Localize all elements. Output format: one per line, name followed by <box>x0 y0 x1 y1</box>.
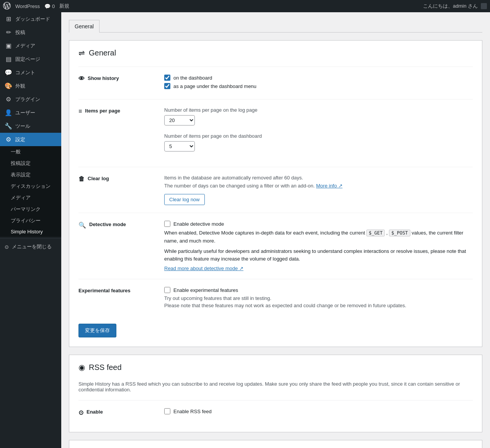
sidebar-item-label: ユーザー <box>15 109 35 116</box>
clear-log-now-button[interactable]: Clear log now <box>164 194 205 205</box>
new-content-link[interactable]: 新規 <box>59 3 69 10</box>
detective-mode-checkbox[interactable] <box>164 221 170 227</box>
sidebar-item-simple-history[interactable]: Simple History <box>0 226 61 237</box>
media-icon: ▣ <box>5 42 12 49</box>
sidebar-item-media[interactable]: メディア <box>0 192 61 204</box>
tools-icon: 🔧 <box>5 122 12 130</box>
show-menu-checkbox[interactable] <box>164 83 170 89</box>
checkbox-row-menu: as a page under the dashboard menu <box>164 83 473 89</box>
experimental-features-label: Experimental features <box>78 287 155 308</box>
rss-description: Simple History has a RSS feed which you … <box>78 381 473 393</box>
detective-mode-row: 🔍 Detective mode Enable detective mode W… <box>78 213 473 279</box>
show-history-icon: 👁 <box>78 75 85 82</box>
sidebar-item-users[interactable]: 👤 ユーザー <box>0 106 61 119</box>
sidebar-item-plugins[interactable]: ⚙ プラグイン <box>0 93 61 106</box>
submenu-item-label: Simple History <box>11 229 43 235</box>
tab-general[interactable]: General <box>69 20 100 33</box>
experimental-desc1: Try out upcoming features that are still… <box>164 295 473 301</box>
plugins-icon: ⚙ <box>5 96 12 103</box>
post-code: $_POST <box>389 230 410 236</box>
detective-mode-checkbox-label: Enable detective mode <box>173 221 224 227</box>
save-row: 変更を保存 <box>78 316 473 339</box>
enable-rss-checkbox[interactable] <box>164 408 170 414</box>
sidebar-item-comments[interactable]: 💬 コメント <box>0 66 61 79</box>
screen-options-icon[interactable] <box>481 3 487 9</box>
sidebar-item-general[interactable]: 一般 <box>0 146 61 158</box>
close-menu-button[interactable]: ⊙ メニューを閉じる <box>0 240 61 253</box>
show-history-label: 👁 Show history <box>78 75 155 91</box>
show-menu-label: as a page under the dashboard menu <box>173 83 256 89</box>
submenu-item-label: 一般 <box>11 148 21 155</box>
sidebar-item-reading[interactable]: 表示設定 <box>0 169 61 181</box>
sidebar-item-label: 設定 <box>15 136 25 143</box>
read-more-detective-link[interactable]: Read more about detective mode ↗ <box>164 266 243 271</box>
show-dashboard-checkbox[interactable] <box>164 75 170 81</box>
wp-logo-icon[interactable] <box>3 2 11 11</box>
more-info-link[interactable]: More info ↗ <box>316 183 343 189</box>
sidebar-item-posts[interactable]: ✏ 投稿 <box>0 26 61 39</box>
detective-mode-icon: 🔍 <box>78 222 86 229</box>
sidebar-item-privacy[interactable]: プライバシー <box>0 215 61 226</box>
dashboard-select[interactable]: 5 3 10 15 20 <box>164 141 195 152</box>
settings-icon: ⚙ <box>5 136 12 143</box>
rss-enable-icon: ⊙ <box>78 409 83 416</box>
submenu-item-label: 表示設定 <box>11 171 31 178</box>
sidebar-item-tools[interactable]: 🔧 ツール <box>0 119 61 133</box>
experimental-checkbox-row: Enable experimental features <box>164 287 473 293</box>
log-page-select[interactable]: 20 5 10 15 25 50 100 <box>164 115 195 125</box>
sidebar-item-pages[interactable]: ▤ 固定ページ <box>0 52 61 66</box>
rss-title: RSS feed <box>89 363 122 372</box>
sidebar: ⊞ ダッシュボード ✏ 投稿 ▣ メディア ▤ 固定ページ 💬 コメント 🎨 外… <box>0 12 61 448</box>
experimental-features-content: Enable experimental features Try out upc… <box>164 287 473 308</box>
sidebar-item-label: プラグイン <box>15 96 40 103</box>
rss-icon: ◉ <box>78 363 85 372</box>
sidebar-item-discussion[interactable]: ディスカッション <box>0 181 61 192</box>
close-menu-icon: ⊙ <box>5 244 9 250</box>
sidebar-item-label: ツール <box>15 123 30 130</box>
greeting-text: こんにちは、admin さん <box>423 3 478 10</box>
experimental-checkbox-label: Enable experimental features <box>173 287 238 293</box>
sidebar-item-label: コメント <box>15 69 35 76</box>
rss-enable-label: ⊙ Enable <box>78 408 155 417</box>
submenu-item-label: メディア <box>11 194 31 201</box>
sidebar-item-writing[interactable]: 投稿設定 <box>0 158 61 169</box>
submenu-item-label: パーマリンク <box>11 206 41 213</box>
sidebar-item-appearance[interactable]: 🎨 外観 <box>0 79 61 93</box>
detective-mode-checkbox-row: Enable detective mode <box>164 221 473 227</box>
sidebar-item-label: ダッシュボード <box>15 16 50 23</box>
detective-mode-desc2: While particularly useful for developers… <box>164 248 473 264</box>
clear-log-content: Items in the database are automatically … <box>164 175 473 205</box>
experimental-checkbox[interactable] <box>164 287 170 293</box>
clear-log-desc2: The number of days can be changed using … <box>164 183 473 189</box>
show-history-content: on the dashboard as a page under the das… <box>164 75 473 91</box>
items-per-page-label: ≡ Items per page <box>78 107 155 159</box>
sidebar-item-media[interactable]: ▣ メディア <box>0 39 61 52</box>
sidebar-item-dashboard[interactable]: ⊞ ダッシュボード <box>0 12 61 26</box>
sidebar-item-settings[interactable]: ⚙ 設定 <box>0 133 61 146</box>
section-header-general: ⇌ General <box>78 48 473 57</box>
close-menu-label: メニューを閉じる <box>12 243 52 250</box>
log-page-select-group: Number of items per page on the log page… <box>164 107 473 125</box>
submenu-item-label: プライバシー <box>11 217 41 224</box>
posts-icon: ✏ <box>5 29 12 36</box>
comments-link[interactable]: 💬 0 <box>44 3 55 9</box>
items-per-page-content: Number of items per page on the log page… <box>164 107 473 159</box>
sidebar-item-label: 外観 <box>15 83 25 90</box>
dashboard-icon: ⊞ <box>5 15 12 23</box>
sidebar-item-label: 投稿 <box>15 29 25 36</box>
submenu-item-label: 投稿設定 <box>11 160 31 167</box>
section-title-general: General <box>89 49 116 57</box>
rss-checkbox-row: Enable RSS feed <box>164 408 473 414</box>
submenu-item-label: ディスカッション <box>11 183 51 190</box>
show-history-row: 👁 Show history on the dashboard as a pag… <box>78 67 473 99</box>
general-section: ⇌ General 👁 Show history on the dashboar… <box>69 40 482 347</box>
enable-rss-label: Enable RSS feed <box>173 409 212 414</box>
rss-section: ◉ RSS feed Simple History has a RSS feed… <box>69 355 482 432</box>
site-name[interactable]: WordPress <box>15 3 40 9</box>
detective-mode-content: Enable detective mode When enabled, Dete… <box>164 221 473 271</box>
clear-log-icon: 🗑 <box>78 176 85 182</box>
sidebar-item-permalink[interactable]: パーマリンク <box>0 204 61 215</box>
save-button[interactable]: 変更を保存 <box>78 324 116 337</box>
sidebar-item-label: 固定ページ <box>15 56 40 63</box>
pages-icon: ▤ <box>5 55 12 63</box>
